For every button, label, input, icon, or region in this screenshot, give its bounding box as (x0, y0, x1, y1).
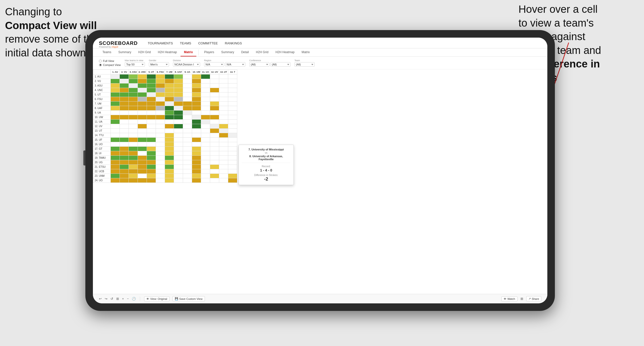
matrix-cell-20-10[interactable] (201, 165, 210, 169)
division-select[interactable]: NCAA Division I NCAA Division II NCAA Di… (173, 62, 200, 67)
matrix-cell-12-3[interactable] (138, 129, 147, 133)
matrix-cell-16-5[interactable] (156, 147, 165, 151)
matrix-cell-11-13[interactable] (228, 124, 237, 129)
matrix-cell-2-4[interactable] (147, 83, 156, 88)
matrix-cell-6-10[interactable] (201, 102, 210, 106)
matrix-cell-10-6[interactable] (165, 120, 174, 124)
matrix-cell-14-1[interactable] (120, 138, 129, 142)
matrix-cell-18-4[interactable] (147, 156, 156, 160)
matrix-cell-18-10[interactable] (201, 156, 210, 160)
matrix-cell-17-6[interactable] (165, 151, 174, 156)
tab-h2h-grid-left[interactable]: H2H Grid (135, 48, 154, 56)
save-custom-view-btn[interactable]: 💾 Save Custom View (172, 296, 205, 301)
matrix-cell-10-0[interactable] (111, 120, 120, 124)
matrix-cell-12-7[interactable] (174, 129, 183, 133)
matrix-cell-23-6[interactable] (165, 178, 174, 183)
matrix-cell-23-3[interactable] (138, 178, 147, 183)
matrix-cell-7-11[interactable] (210, 106, 219, 111)
matrix-cell-11-4[interactable] (147, 124, 156, 129)
matrix-cell-15-1[interactable] (120, 142, 129, 147)
matrix-cell-11-9[interactable] (192, 124, 201, 129)
matrix-cell-16-2[interactable] (129, 147, 138, 151)
matrix-cell-13-8[interactable] (183, 133, 192, 138)
matrix-cell-19-12[interactable] (219, 160, 228, 165)
matrix-cell-1-4[interactable] (147, 79, 156, 83)
matrix-cell-1-6[interactable] (165, 79, 174, 83)
matrix-cell-3-7[interactable] (174, 88, 183, 93)
matrix-cell-1-9[interactable] (192, 79, 201, 83)
matrix-cell-14-0[interactable] (111, 138, 120, 142)
matrix-cell-17-3[interactable] (138, 151, 147, 156)
matrix-cell-23-0[interactable] (111, 178, 120, 183)
matrix-cell-21-1[interactable] (120, 169, 129, 174)
matrix-cell-2-5[interactable] (156, 83, 165, 88)
matrix-cell-22-8[interactable] (183, 174, 192, 178)
matrix-cell-13-5[interactable] (156, 133, 165, 138)
matrix-cell-8-0[interactable] (111, 111, 120, 115)
matrix-cell-14-12[interactable] (219, 138, 228, 142)
matrix-cell-7-12[interactable] (219, 106, 228, 111)
matrix-cell-18-8[interactable] (183, 156, 192, 160)
matrix-cell-6-12[interactable] (219, 102, 228, 106)
matrix-cell-2-3[interactable] (138, 83, 147, 88)
matrix-cell-16-12[interactable] (219, 147, 228, 151)
matrix-cell-9-0[interactable] (111, 115, 120, 120)
matrix-cell-20-9[interactable] (192, 165, 201, 169)
matrix-cell-13-12[interactable] (219, 133, 228, 138)
matrix-cell-5-5[interactable] (156, 97, 165, 102)
matrix-cell-2-9[interactable] (192, 83, 201, 88)
matrix-cell-17-9[interactable] (192, 151, 201, 156)
refresh-icon[interactable]: ↺ (110, 297, 113, 301)
matrix-cell-16-3[interactable] (138, 147, 147, 151)
matrix-cell-14-9[interactable] (192, 138, 201, 142)
matrix-cell-17-0[interactable] (111, 151, 120, 156)
matrix-cell-1-2[interactable] (129, 79, 138, 83)
matrix-cell-8-7[interactable] (174, 111, 183, 115)
matrix-cell-8-8[interactable] (183, 111, 192, 115)
matrix-cell-3-6[interactable] (165, 88, 174, 93)
matrix-cell-12-9[interactable] (192, 129, 201, 133)
matrix-cell-10-8[interactable] (183, 120, 192, 124)
matrix-cell-6-9[interactable] (192, 102, 201, 106)
matrix-cell-21-13[interactable] (228, 169, 237, 174)
matrix-cell-7-4[interactable] (147, 106, 156, 111)
matrix-cell-21-11[interactable] (210, 169, 219, 174)
matrix-area[interactable]: 1. AU 2. VU 3. ASU 4. UNC 5. UT 6. FSU 7… (93, 69, 547, 294)
matrix-cell-18-3[interactable] (138, 156, 147, 160)
matrix-cell-4-2[interactable] (129, 93, 138, 97)
matrix-cell-10-7[interactable] (174, 120, 183, 124)
matrix-cell-1-0[interactable] (111, 79, 120, 83)
matrix-cell-19-0[interactable] (111, 160, 120, 165)
matrix-cell-19-7[interactable] (174, 160, 183, 165)
matrix-cell-18-11[interactable] (210, 156, 219, 160)
tab-teams[interactable]: Teams (99, 48, 115, 56)
matrix-cell-7-3[interactable] (138, 106, 147, 111)
matrix-cell-0-4[interactable] (147, 74, 156, 79)
matrix-cell-11-12[interactable] (219, 124, 228, 129)
matrix-cell-20-12[interactable] (219, 165, 228, 169)
matrix-cell-17-4[interactable] (147, 151, 156, 156)
matrix-cell-17-12[interactable] (219, 151, 228, 156)
matrix-cell-13-1[interactable] (120, 133, 129, 138)
matrix-cell-22-11[interactable] (210, 174, 219, 178)
matrix-cell-7-2[interactable] (129, 106, 138, 111)
share-btn[interactable]: ↗ Share (526, 296, 541, 301)
full-view-radio[interactable]: Full View (99, 59, 121, 62)
matrix-cell-12-13[interactable] (228, 129, 237, 133)
matrix-cell-20-7[interactable] (174, 165, 183, 169)
matrix-cell-22-6[interactable] (165, 174, 174, 178)
matrix-cell-8-5[interactable] (156, 111, 165, 115)
matrix-cell-4-12[interactable] (219, 93, 228, 97)
matrix-cell-11-7[interactable] (174, 124, 183, 129)
zoom-out-icon[interactable]: − (127, 297, 129, 301)
matrix-cell-22-5[interactable] (156, 174, 165, 178)
matrix-cell-4-10[interactable] (201, 93, 210, 97)
matrix-cell-16-10[interactable] (201, 147, 210, 151)
tab-h2h-heatmap-left[interactable]: H2H Heatmap (154, 48, 181, 56)
tab-matrix-right[interactable]: Matrix (298, 48, 313, 56)
zoom-fit-icon[interactable]: ⊞ (116, 297, 119, 301)
matrix-cell-22-2[interactable] (129, 174, 138, 178)
matrix-cell-21-7[interactable] (174, 169, 183, 174)
matrix-cell-15-2[interactable] (129, 142, 138, 147)
matrix-cell-23-5[interactable] (156, 178, 165, 183)
